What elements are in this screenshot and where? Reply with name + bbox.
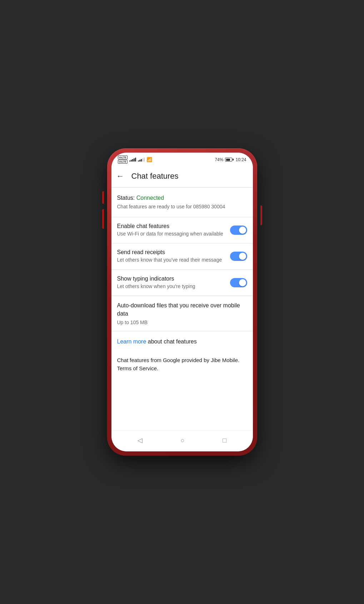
- status-left: VoLTE VoLTE: [118, 155, 152, 164]
- header: ← Chat features: [111, 165, 253, 187]
- read-receipts-desc: Let others know that you've read their m…: [117, 257, 226, 264]
- typing-indicators-text: Show typing indicators Let others know w…: [117, 276, 230, 290]
- enable-chat-title: Enable chat features: [117, 223, 226, 229]
- wifi-icon: 📶: [146, 157, 152, 162]
- signal-bars-2: [138, 158, 145, 162]
- screen: VoLTE VoLTE: [111, 153, 253, 451]
- typing-indicators-desc: Let others know when you're typing: [117, 283, 226, 290]
- status-line: Status: Connected: [117, 195, 247, 201]
- learn-more-after: about chat features: [146, 338, 196, 345]
- read-receipts-text: Send read receipts Let others know that …: [117, 249, 230, 264]
- status-label: Status:: [117, 195, 136, 201]
- learn-more-section: Learn more about chat features: [111, 331, 253, 352]
- power-button[interactable]: [260, 206, 262, 225]
- status-description: Chat features are ready to use for 08598…: [117, 203, 247, 211]
- auto-download-title: Auto-download files that you receive ove…: [117, 302, 247, 318]
- auto-download-subtitle: Up to 105 MB: [117, 320, 247, 325]
- enable-chat-text: Enable chat features Use Wi-Fi or data f…: [117, 223, 230, 238]
- back-button[interactable]: ←: [115, 170, 126, 182]
- read-receipts-setting[interactable]: Send read receipts Let others know that …: [111, 243, 253, 269]
- volte-badge-1: VoLTE: [118, 155, 128, 159]
- terms-section: Chat features from Google provided by Ji…: [111, 352, 253, 380]
- status-value: Connected: [136, 195, 164, 201]
- battery-percent: 74%: [215, 157, 223, 162]
- phone-screen-bezel: VoLTE VoLTE: [111, 153, 253, 451]
- signal-bars-1: [129, 158, 136, 162]
- enable-chat-toggle[interactable]: [230, 226, 247, 235]
- learn-more-text: Learn more about chat features: [117, 338, 197, 345]
- app-content: ← Chat features Status: Connected Chat f…: [111, 165, 253, 430]
- typing-indicators-setting[interactable]: Show typing indicators Let others know w…: [111, 270, 253, 296]
- nav-back-button[interactable]: ◁: [132, 435, 148, 446]
- volte-badge-2: VoLTE: [118, 160, 128, 164]
- auto-download-section[interactable]: Auto-download files that you receive ove…: [111, 296, 253, 331]
- battery-icon: [225, 158, 234, 162]
- read-receipts-title: Send read receipts: [117, 249, 226, 256]
- typing-indicators-toggle[interactable]: [230, 278, 247, 287]
- page-title: Chat features: [131, 172, 179, 181]
- nav-recent-button[interactable]: □: [217, 435, 232, 446]
- phone-device: VoLTE VoLTE: [107, 148, 257, 456]
- terms-text: Chat features from Google provided by Ji…: [117, 356, 247, 372]
- volume-down-button[interactable]: [102, 209, 104, 229]
- read-receipts-toggle[interactable]: [230, 252, 247, 261]
- enable-chat-setting[interactable]: Enable chat features Use Wi-Fi or data f…: [111, 217, 253, 243]
- nav-bar: ◁ ○ □: [111, 430, 253, 451]
- status-right: 74% 10:24: [215, 157, 246, 162]
- clock: 10:24: [235, 157, 246, 162]
- nav-home-button[interactable]: ○: [175, 435, 190, 446]
- status-section: Status: Connected Chat features are read…: [111, 188, 253, 217]
- enable-chat-desc: Use Wi-Fi or data for messaging when ava…: [117, 231, 226, 238]
- volume-up-button[interactable]: [102, 191, 104, 204]
- typing-indicators-title: Show typing indicators: [117, 276, 226, 282]
- learn-more-link[interactable]: Learn more: [117, 338, 146, 345]
- status-bar: VoLTE VoLTE: [111, 153, 253, 165]
